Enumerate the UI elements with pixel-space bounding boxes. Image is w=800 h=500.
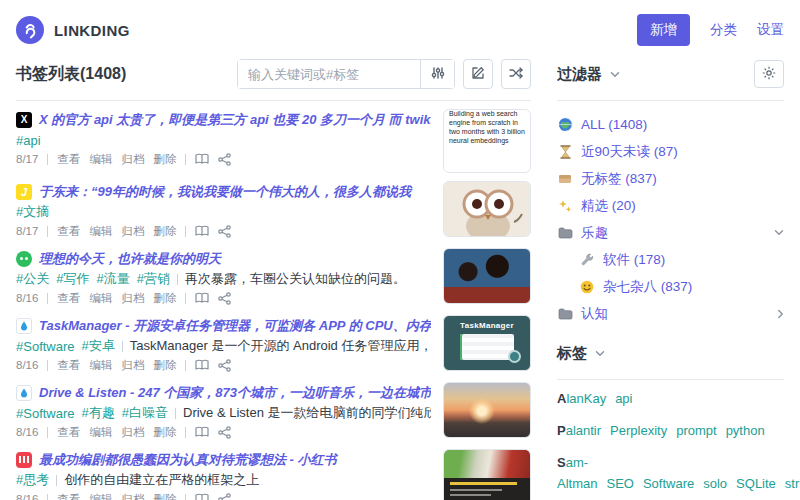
tag-link[interactable]: solo bbox=[703, 476, 727, 491]
tag-link[interactable]: AlanKay bbox=[557, 391, 606, 406]
thumbnail-taskmanager[interactable]: TaskManager bbox=[443, 315, 531, 371]
bookmark-title-link[interactable]: 理想的今天，也许就是你的明天 bbox=[39, 250, 431, 268]
share-icon[interactable] bbox=[218, 426, 231, 439]
tag-link[interactable]: SEO bbox=[606, 476, 633, 491]
search-filter-button[interactable] bbox=[420, 60, 454, 88]
bookmark-title-link[interactable]: TaskManager - 开源安卓任务管理器，可监测各 APP 的 CPU、内… bbox=[39, 317, 431, 335]
thumbnail-xiaohongshu-post[interactable] bbox=[443, 449, 531, 500]
bookmark-description: Drive & Listen 是一款给电脑前的同学们纯欣赏使用的... bbox=[183, 404, 431, 422]
categories-link[interactable]: 分类 bbox=[710, 21, 737, 39]
view-link[interactable]: 查看 bbox=[57, 492, 80, 500]
share-icon[interactable] bbox=[218, 292, 231, 305]
tag-link[interactable]: stripe bbox=[785, 476, 800, 491]
view-link[interactable]: 查看 bbox=[57, 224, 80, 239]
edit-link[interactable]: 编辑 bbox=[89, 358, 112, 373]
edit-link[interactable]: 编辑 bbox=[89, 291, 112, 306]
gear-icon bbox=[762, 66, 776, 83]
bookmark-title-link[interactable]: 于东来：“99年的时候，我说我要做一个伟大的人，很多人都说我 bbox=[39, 183, 431, 201]
filter-item-unread-90d[interactable]: 近90天未读 (87) bbox=[557, 138, 784, 165]
chevron-down-icon[interactable] bbox=[774, 229, 784, 236]
delete-link[interactable]: 删除 bbox=[153, 492, 176, 500]
reader-book-icon[interactable] bbox=[195, 292, 209, 304]
share-icon[interactable] bbox=[218, 359, 231, 372]
chevron-right-icon[interactable] bbox=[777, 309, 784, 319]
delete-link[interactable]: 删除 bbox=[153, 291, 176, 306]
archive-link[interactable]: 归档 bbox=[121, 224, 144, 239]
thumbnail-children-photo[interactable] bbox=[443, 248, 531, 304]
reader-book-icon[interactable] bbox=[195, 225, 209, 237]
reader-book-icon[interactable] bbox=[195, 426, 209, 438]
filter-label: 软件 (178) bbox=[603, 251, 665, 269]
view-link[interactable]: 查看 bbox=[57, 358, 80, 373]
tag-link[interactable]: SQLite bbox=[736, 476, 776, 491]
filter-folder-fun[interactable]: 乐趣 bbox=[557, 219, 784, 246]
bookmark-tag[interactable]: #api bbox=[16, 133, 41, 148]
tag-link[interactable]: Palantir bbox=[557, 423, 601, 438]
edit-link[interactable]: 编辑 bbox=[89, 152, 112, 167]
filter-item-software[interactable]: 软件 (178) bbox=[557, 246, 784, 273]
edit-link[interactable]: 编辑 bbox=[89, 492, 112, 500]
tag-link[interactable]: prompt bbox=[676, 423, 716, 438]
tag-link[interactable]: api bbox=[615, 391, 632, 406]
bookmark-tag[interactable]: #文摘 bbox=[16, 203, 49, 221]
bookmark-tag[interactable]: #思考 bbox=[16, 471, 49, 489]
settings-link[interactable]: 设置 bbox=[757, 21, 784, 39]
delete-link[interactable]: 删除 bbox=[153, 224, 176, 239]
tag-group: PalantirPerplexitypromptpython bbox=[557, 420, 784, 441]
tag-link[interactable]: Perplexity bbox=[610, 423, 667, 438]
bookmark-title-link[interactable]: 最成功编剧都很愚蠢因为认真对待荒谬想法 - 小红书 bbox=[39, 451, 431, 469]
view-link[interactable]: 查看 bbox=[57, 425, 80, 440]
bookmark-tag[interactable]: #营销 bbox=[137, 270, 170, 288]
xiaohongshu-favicon bbox=[16, 452, 32, 468]
bookmark-tag[interactable]: #写作 bbox=[56, 270, 89, 288]
filter-settings-button[interactable] bbox=[754, 60, 784, 88]
chevron-down-icon[interactable] bbox=[595, 350, 605, 357]
chevron-down-icon[interactable] bbox=[610, 71, 620, 78]
reader-book-icon[interactable] bbox=[195, 493, 209, 500]
filter-item-untagged[interactable]: 无标签 (837) bbox=[557, 165, 784, 192]
share-icon[interactable] bbox=[218, 493, 231, 500]
archive-link[interactable]: 归档 bbox=[121, 492, 144, 500]
tag-link[interactable]: python bbox=[726, 423, 765, 438]
brand[interactable]: LINKDING bbox=[16, 16, 130, 44]
bookmark-title-link[interactable]: Drive & Listen - 247 个国家，873个城市，一边听音乐，一边… bbox=[39, 384, 431, 402]
delete-link[interactable]: 删除 bbox=[153, 358, 176, 373]
view-link[interactable]: 查看 bbox=[57, 291, 80, 306]
tag-link[interactable]: Software bbox=[643, 476, 694, 491]
random-shuffle-button[interactable] bbox=[501, 59, 531, 89]
share-icon[interactable] bbox=[218, 225, 231, 238]
search-input[interactable] bbox=[238, 60, 420, 88]
thumbnail-search-engine-article[interactable]: Building a web search engine from scratc… bbox=[443, 109, 531, 173]
archive-link[interactable]: 归档 bbox=[121, 291, 144, 306]
bookmark-tag[interactable]: #公关 bbox=[16, 270, 49, 288]
filter-item-featured[interactable]: 精选 (20) bbox=[557, 192, 784, 219]
reader-book-icon[interactable] bbox=[195, 153, 209, 165]
view-link[interactable]: 查看 bbox=[57, 152, 80, 167]
delete-link[interactable]: 删除 bbox=[153, 152, 176, 167]
add-bookmark-button[interactable]: 新增 bbox=[637, 14, 690, 46]
reader-book-icon[interactable] bbox=[195, 359, 209, 371]
bookmark-tag[interactable]: #Software bbox=[16, 406, 75, 421]
thumbnail-city-sunset[interactable] bbox=[443, 382, 531, 438]
bookmark-tag[interactable]: #Software bbox=[16, 339, 75, 354]
filter-folder-cognition[interactable]: 认知 bbox=[557, 300, 784, 327]
share-icon[interactable] bbox=[218, 153, 231, 166]
archive-link[interactable]: 归档 bbox=[121, 358, 144, 373]
bookmark-tag[interactable]: #有趣 bbox=[82, 404, 115, 422]
filter-item-misc[interactable]: 杂七杂八 (837) bbox=[557, 273, 784, 300]
jike-favicon: J bbox=[16, 184, 32, 200]
pencil-icon bbox=[471, 66, 485, 83]
filter-item-all[interactable]: ALL (1408) bbox=[557, 111, 784, 138]
archive-link[interactable]: 归档 bbox=[121, 152, 144, 167]
delete-link[interactable]: 删除 bbox=[153, 425, 176, 440]
bookmark-title-link[interactable]: X 的官方 api 太贵了，即便是第三方 api 也要 20 多刀一个月 而 t… bbox=[39, 111, 431, 129]
bookmark-tag[interactable]: #白噪音 bbox=[122, 404, 168, 422]
tag-link[interactable]: Sam-Altman bbox=[557, 455, 597, 491]
thumbnail-owl-illustration[interactable] bbox=[443, 181, 531, 237]
archive-link[interactable]: 归档 bbox=[121, 425, 144, 440]
bookmark-tag[interactable]: #安卓 bbox=[82, 337, 115, 355]
edit-search-button[interactable] bbox=[463, 59, 493, 89]
edit-link[interactable]: 编辑 bbox=[89, 224, 112, 239]
edit-link[interactable]: 编辑 bbox=[89, 425, 112, 440]
bookmark-tag[interactable]: #流量 bbox=[96, 270, 129, 288]
